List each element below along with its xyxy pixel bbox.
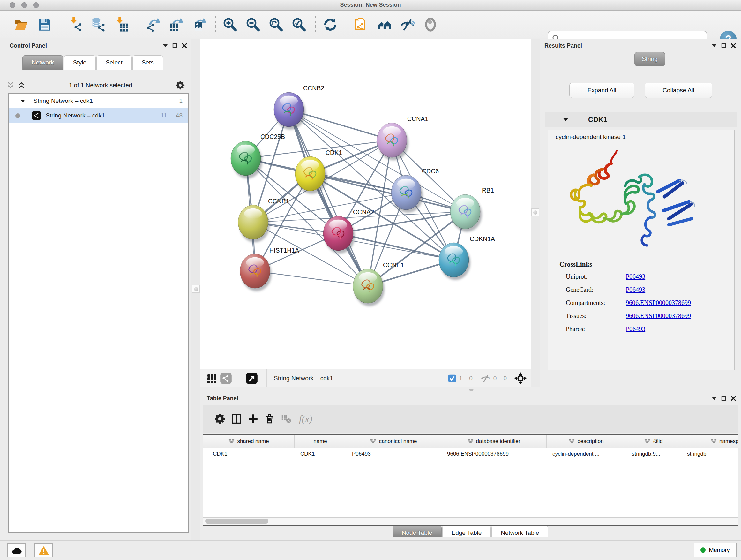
zoom-in-icon	[223, 17, 238, 32]
crosslink-label: Pharos:	[566, 325, 626, 333]
show-all-button[interactable]	[421, 14, 440, 35]
save-session-button[interactable]	[35, 14, 54, 35]
zoom-out-button[interactable]	[244, 14, 262, 35]
refresh-view-button[interactable]	[321, 14, 340, 35]
import-table-file-button[interactable]	[112, 14, 131, 35]
tab-edge-table[interactable]: Edge Table	[442, 525, 491, 537]
close-panel-icon[interactable]	[731, 43, 736, 48]
table-row[interactable]: CDK1CDK1P064939606.ENSP00000378699cyclin…	[203, 448, 738, 461]
results-panel: Results Panel String Expand All Collapse…	[540, 39, 741, 387]
crosslink-link[interactable]: P06493	[626, 286, 645, 294]
table-options-gear-icon[interactable]	[212, 411, 228, 427]
node-gloss	[359, 272, 377, 283]
column-header-database-identifier[interactable]: database identifier	[441, 435, 547, 448]
tab-string[interactable]: String	[634, 52, 665, 66]
crosslink-label: Uniprot:	[566, 273, 626, 280]
crosslink-link[interactable]: 9606.ENSP00000378699	[626, 312, 691, 320]
hide-selected-button[interactable]	[398, 14, 417, 35]
network-edge-CCNA2-CDKN1A[interactable]	[338, 233, 454, 260]
tab-sets[interactable]: Sets	[132, 55, 163, 70]
left-panel-divider[interactable]	[192, 39, 200, 540]
zoom-selected-button[interactable]	[290, 14, 308, 35]
tab-style[interactable]: Style	[64, 55, 96, 70]
cloud-icon	[11, 546, 22, 555]
birds-eye-pan-icon[interactable]	[514, 371, 528, 385]
crosslink-link[interactable]: 9606.ENSP00000378699	[626, 299, 691, 307]
network-row-selected[interactable]: String Network – cdk1 11 48	[9, 108, 188, 123]
detach-view-icon[interactable]	[245, 371, 259, 385]
import-network-file-button[interactable]	[66, 14, 85, 35]
splitter-handle[interactable]	[469, 388, 474, 391]
column-header-name[interactable]: name	[294, 435, 346, 448]
column-header-shared-name[interactable]: shared name	[203, 435, 294, 448]
import-network-database-button[interactable]	[89, 14, 108, 35]
export-network-button[interactable]	[144, 14, 162, 35]
export-table-button[interactable]	[166, 14, 185, 35]
collapse-all-button[interactable]: Collapse All	[645, 83, 712, 98]
memory-button[interactable]: Memory	[694, 543, 737, 557]
panel-menu-icon[interactable]	[712, 44, 717, 48]
expand-all-icon[interactable]	[17, 81, 25, 89]
table-cell: stringdb	[681, 448, 738, 461]
crosslink-link[interactable]: P06493	[626, 325, 645, 333]
network-view-icon[interactable]	[219, 371, 233, 385]
network-graph[interactable]: CCNB2CCNA1CDC25BCDK1CDC6RB1CCNB1CCNA2CDK…	[200, 39, 531, 369]
show-columns-icon[interactable]	[228, 411, 245, 427]
network-edge-HIST1H1A-CCNE1[interactable]	[255, 271, 368, 286]
tab-network-table[interactable]: Network Table	[491, 525, 548, 537]
entry-gene-name: CDK1	[588, 116, 607, 124]
expand-all-button[interactable]: Expand All	[569, 83, 634, 98]
open-session-icon	[14, 17, 29, 32]
node-label-CCNB2: CCNB2	[303, 84, 324, 91]
crosslink-link[interactable]: P06493	[626, 273, 645, 280]
float-panel-icon[interactable]	[172, 43, 178, 48]
column-header-id[interactable]: @id	[626, 435, 681, 448]
network-collection-row[interactable]: String Network – cdk1 1	[9, 94, 188, 108]
collapse-all-icon[interactable]	[6, 81, 15, 89]
network-options-gear-icon[interactable]	[176, 80, 185, 90]
panel-menu-icon[interactable]	[163, 44, 168, 48]
first-neighbors-icon	[377, 17, 392, 32]
left-divider-handle[interactable]	[192, 285, 200, 293]
crosslinks-title: CrossLinks	[559, 260, 734, 268]
float-panel-icon[interactable]	[721, 43, 726, 48]
close-panel-icon[interactable]	[182, 43, 187, 48]
network-edge-CCNB2-CCNE1[interactable]	[289, 110, 368, 286]
float-panel-icon[interactable]	[721, 396, 726, 401]
table-toolbar: f(x)	[203, 405, 738, 433]
tab-node-table[interactable]: Node Table	[393, 525, 442, 537]
create-column-icon[interactable]	[245, 411, 261, 427]
cloud-status-button[interactable]	[7, 543, 26, 557]
right-divider-handle[interactable]	[531, 208, 539, 216]
close-panel-icon[interactable]	[731, 396, 736, 401]
zoom-fit-content-icon	[269, 17, 283, 32]
warnings-button[interactable]	[35, 543, 53, 557]
export-image-button[interactable]	[190, 14, 208, 35]
toolbar-separator	[61, 15, 61, 35]
right-panel-divider[interactable]	[531, 39, 540, 387]
crosslink-row: GeneCard: P06493	[566, 286, 734, 294]
node-gloss	[280, 96, 298, 106]
zoom-fit-content-button[interactable]	[267, 14, 285, 35]
node-label-CDC6: CDC6	[422, 168, 439, 175]
new-network-from-selection-button[interactable]	[352, 14, 371, 35]
export-image-icon	[192, 17, 206, 32]
first-neighbors-button[interactable]	[375, 14, 394, 35]
delete-column-icon[interactable]	[261, 411, 278, 427]
zoom-in-button[interactable]	[221, 14, 239, 35]
entry-collapse-icon[interactable]	[563, 118, 568, 122]
grid-view-icon[interactable]	[205, 371, 219, 385]
open-session-button[interactable]	[12, 14, 30, 35]
tab-network[interactable]: Network	[22, 55, 63, 70]
column-header-description[interactable]: description	[547, 435, 626, 448]
column-header-canonical-name[interactable]: canonical name	[346, 435, 441, 448]
collection-expand-icon[interactable]	[20, 99, 25, 103]
column-header-namespace[interactable]: namespace	[681, 435, 738, 448]
table-panel-splitter[interactable]	[200, 387, 741, 392]
network-view-canvas[interactable]: CCNB2CCNA1CDC25BCDK1CDC6RB1CCNB1CCNA2CDK…	[200, 39, 531, 387]
network-label: String Network – cdk1	[46, 112, 105, 119]
node-entry-header[interactable]: CDK1	[545, 112, 737, 127]
crosslinks-section: CrossLinks Uniprot: P06493GeneCard: P064…	[548, 260, 734, 338]
tab-select[interactable]: Select	[96, 55, 132, 70]
panel-menu-icon[interactable]	[712, 396, 717, 400]
